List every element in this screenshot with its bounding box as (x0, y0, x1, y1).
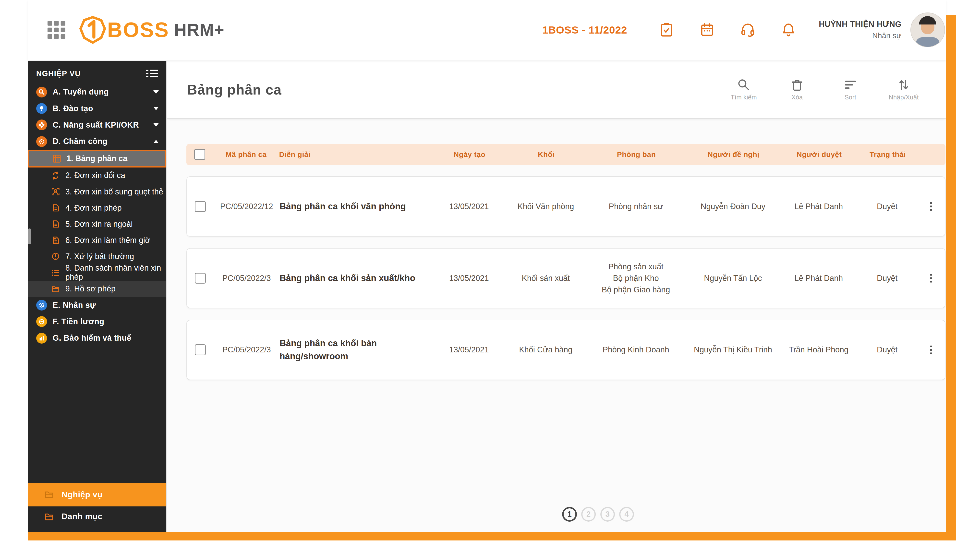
tasks-clipboard-icon[interactable] (659, 22, 674, 38)
row-actions-menu-icon[interactable] (927, 274, 935, 283)
training-bulb-icon (36, 103, 47, 114)
row-actions-menu-icon[interactable] (927, 202, 935, 211)
user-role: Nhân sự (819, 30, 901, 41)
sidebar-item-tuyen-dung[interactable]: A. Tuyển dụng (28, 84, 166, 100)
column-header: Trạng thái (858, 150, 918, 159)
sidebar-subitem-bo-sung-quet-the[interactable]: 3. Đơn xin bổ sung quẹt thẻ (28, 184, 166, 200)
cell-ma-phan-ca: PC/05/2022/3 (213, 273, 280, 284)
row-actions-menu-icon[interactable] (927, 346, 935, 354)
main-content: Bảng phân ca Tìm kiếm Xóa (166, 61, 946, 532)
table-row[interactable]: PC/05/2022/12 Bảng phân ca khối văn phòn… (186, 176, 945, 237)
sidebar-subitem-xu-ly-bat-thuong[interactable]: 7. Xử lý bất thường (28, 248, 166, 265)
shift-table-icon (52, 154, 61, 163)
cell-nguoi-de-nghi: Nguyễn Tấn Lộc (686, 273, 780, 284)
import-export-arrows-icon (897, 78, 910, 91)
column-header: Diễn giải (279, 150, 433, 159)
cell-khoi: Khối sản xuất (506, 273, 585, 284)
delete-button[interactable]: Xóa (780, 78, 814, 101)
sort-lines-icon (844, 78, 857, 91)
sidebar-subitem-don-xin-ra-ngoai[interactable]: 5. Đơn xin ra ngoài (28, 216, 166, 232)
avatar-shirt (916, 37, 940, 47)
logo-text: BOSS (107, 18, 169, 42)
cell-nguoi-de-nghi: Nguyễn Thị Kiều Trinh (686, 344, 780, 356)
document-icon (51, 204, 60, 212)
sidebar-list-menu-icon[interactable] (146, 69, 158, 78)
row-checkbox[interactable] (195, 273, 206, 284)
document-icon (51, 220, 60, 228)
support-headset-icon[interactable] (740, 22, 756, 38)
timekeeping-gear-icon (36, 136, 47, 147)
page-button-4[interactable]: 4 (619, 507, 634, 522)
select-all-checkbox[interactable] (194, 149, 205, 160)
column-header: Người duyệt (780, 150, 858, 159)
table-header-row: Mã phân ca Diễn giải Ngày tạo Khối Phòng… (186, 144, 945, 165)
column-header: Mã phân ca (213, 150, 279, 159)
sidebar-item-dao-tao[interactable]: B. Đào tạo (28, 100, 166, 117)
row-checkbox[interactable] (195, 344, 206, 355)
chevron-down-icon (153, 107, 159, 110)
avatar-hair (919, 16, 936, 24)
top-icons (659, 22, 796, 38)
cell-phong-ban: Phòng sản xuất Bộ phận Kho Bộ phận Giao … (585, 261, 686, 295)
column-header: Phòng ban (586, 150, 686, 159)
warning-gear-icon (51, 252, 60, 260)
top-bar: BOSS HRM+ 1BOSS - 11/2022 HUỲNH THIỆN HƯ… (28, 0, 946, 60)
chevron-down-icon (153, 91, 159, 94)
overtime-document-icon (51, 236, 60, 245)
content-header: Bảng phân ca Tìm kiếm Xóa (167, 61, 946, 119)
notification-bell-icon[interactable] (781, 22, 796, 38)
calendar-icon[interactable] (700, 22, 715, 38)
app-window: BOSS HRM+ 1BOSS - 11/2022 HUỲNH THIỆN HƯ… (0, 0, 980, 551)
salary-coin-icon (36, 316, 47, 327)
status-badge: Duyệt (857, 201, 917, 212)
table-row[interactable]: PC/05/2022/3 Bảng phân ca khối sản xuất/… (186, 248, 945, 308)
table-row[interactable]: PC/05/2022/3 Bảng phân ca khối bán hàng/… (186, 320, 945, 380)
app-launcher-grid-icon[interactable] (48, 21, 65, 39)
row-checkbox[interactable] (195, 201, 206, 212)
sidebar-subitem-bang-phan-ca[interactable]: 1. Bảng phân ca (28, 149, 166, 167)
sidebar-scrollbar-thumb[interactable] (28, 229, 31, 245)
bottom-accent-bar (28, 532, 946, 540)
column-header: Người đề nghị (687, 150, 780, 159)
page-button-2[interactable]: 2 (581, 507, 596, 522)
cell-khoi: Khối Văn phòng (506, 201, 585, 212)
status-badge: Duyệt (857, 344, 917, 356)
column-header: Khối (506, 150, 586, 159)
sidebar-footer-nghiep-vu[interactable]: Nghiệp vụ (28, 483, 166, 507)
cell-khoi: Khối Cửa hàng (506, 344, 585, 356)
sidebar-item-nhan-su[interactable]: E. Nhân sự (28, 297, 166, 313)
card-scan-person-icon (51, 187, 60, 196)
cell-ma-phan-ca: PC/05/2022/12 (213, 201, 280, 212)
trash-icon (791, 78, 803, 91)
import-export-button[interactable]: Nhập/Xuất (886, 78, 921, 101)
page-title: Bảng phân ca (187, 81, 282, 98)
sidebar-subitem-lam-them-gio[interactable]: 6. Đơn xin làm thêm giờ (28, 232, 166, 248)
page-button-1[interactable]: 1 (562, 507, 577, 522)
search-button[interactable]: Tìm kiếm (727, 78, 761, 101)
sidebar-subitem-ho-so-phep[interactable]: 9. Hồ sơ phép (28, 281, 166, 297)
column-header: Ngày tạo (433, 150, 506, 159)
table-area: Mã phân ca Diễn giải Ngày tạo Khối Phòng… (167, 119, 946, 521)
sidebar-subitem-danh-sach-xin-phep[interactable]: 8. Danh sách nhân viên xin phép (28, 265, 166, 281)
cell-nguoi-duyet: Lê Phát Danh (780, 273, 857, 284)
cell-ma-phan-ca: PC/05/2022/3 (213, 344, 280, 356)
cell-dien-giai: Bảng phân ca khối bán hàng/showroom (280, 337, 432, 363)
recruitment-search-icon (36, 87, 47, 97)
sidebar-subitem-don-xin-phep[interactable]: 4. Đơn xin phép (28, 200, 166, 216)
cell-dien-giai: Bảng phân ca khối văn phòng (280, 200, 432, 213)
sidebar-item-tien-luong[interactable]: F. Tiền lương (28, 313, 166, 330)
page-button-3[interactable]: 3 (600, 507, 615, 522)
sidebar-item-kpi-okr[interactable]: C. Năng suất KPI/OKR (28, 117, 166, 133)
avatar[interactable] (910, 13, 945, 47)
app-logo: BOSS HRM+ (80, 16, 224, 44)
sidebar-footer-danh-muc[interactable]: Danh mục (28, 507, 166, 527)
sidebar-item-cham-cong[interactable]: D. Chấm công (28, 133, 166, 149)
cell-phong-ban: Phòng nhân sự (585, 201, 686, 212)
cell-nguoi-de-nghi: Nguyễn Đoàn Duy (686, 201, 780, 212)
sort-button[interactable]: Sort (833, 78, 867, 101)
sidebar-subitem-don-xin-doi-ca[interactable]: 2. Đơn xin đổi ca (28, 167, 166, 184)
logo-1-heptagon-icon (80, 16, 106, 44)
folder-icon (51, 285, 60, 293)
search-icon (737, 78, 750, 91)
sidebar-item-bao-hiem-thue[interactable]: G. Bảo hiểm và thuế (28, 330, 166, 346)
